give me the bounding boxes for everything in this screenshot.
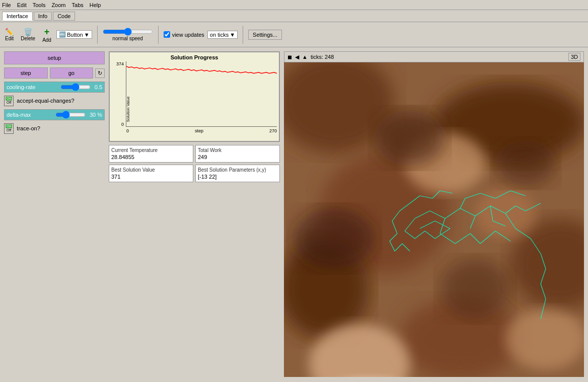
- chart-svg: [126, 61, 277, 126]
- solution-progress-chart: Solution Progress 374 0 0 step: [109, 51, 280, 142]
- current-temp-box: Current Temperature 28.84855: [109, 145, 193, 163]
- step-go-row: step go ↻: [4, 67, 105, 79]
- delete-icon: 🗑️: [24, 28, 32, 36]
- y-axis-min: 0: [121, 122, 124, 127]
- trace-on-row: On Off trace-on?: [4, 123, 105, 134]
- trace-on-toggle[interactable]: On Off: [4, 123, 14, 134]
- delta-max-row: delta-max 30 %: [4, 109, 105, 120]
- separator-2: [158, 26, 159, 44]
- viz-background: [284, 62, 584, 377]
- best-solution-box: Best Solution Value 371: [109, 165, 193, 182]
- toolbar: ✏️ Edit 🗑️ Delete + Add 🔤 Button ▼ norma…: [0, 22, 588, 47]
- main-content: setup step go ↻ cooling-rate 0.5 On Off …: [0, 47, 588, 382]
- on-ticks-arrow-icon: ▼: [230, 32, 235, 38]
- accept-equal-toggle[interactable]: On Off: [4, 96, 14, 106]
- separator-1: [97, 26, 98, 44]
- center-panel: Solution Progress 374 0 0 step: [109, 51, 280, 378]
- tab-code[interactable]: Code: [53, 12, 75, 21]
- add-button[interactable]: + Add: [40, 26, 53, 44]
- button-type-icon: 🔤: [59, 31, 66, 38]
- separator-3: [243, 26, 243, 44]
- best-solution-value: 371: [111, 174, 191, 180]
- button-type-dropdown[interactable]: 🔤 Button ▼: [56, 30, 92, 39]
- go-button[interactable]: go: [50, 67, 94, 79]
- toggle-on-label: On: [6, 97, 12, 101]
- trace-toggle-on-label: On: [6, 124, 12, 128]
- current-temp-value: 28.84855: [111, 154, 191, 160]
- viz-ticks: ticks: 248: [311, 54, 565, 60]
- delta-max-slider[interactable]: [55, 111, 86, 119]
- viz-canvas: [284, 62, 584, 377]
- step-button[interactable]: step: [4, 67, 48, 79]
- current-temp-label: Current Temperature: [111, 147, 191, 153]
- svg-point-12: [375, 110, 445, 166]
- cooling-rate-label: cooling-rate: [7, 84, 58, 90]
- toggle-off-label: Off: [6, 101, 12, 105]
- view-updates-label: view updates: [172, 32, 204, 38]
- viz-icon-2[interactable]: ◀: [295, 54, 299, 60]
- delta-max-label: delta-max: [7, 112, 53, 118]
- cooling-rate-value: 0.5: [95, 84, 102, 90]
- edit-icon: ✏️: [5, 28, 14, 36]
- speed-label: normal speed: [112, 36, 143, 41]
- view-updates-checkbox[interactable]: [164, 31, 170, 38]
- y-axis-label: Solution Value: [126, 96, 130, 122]
- trace-toggle-off-label: Off: [6, 128, 12, 132]
- right-panel: ◼ ◀ ▲ ticks: 248 3D: [284, 51, 584, 378]
- x-axis-min: 0: [126, 128, 129, 133]
- best-solution-label: Best Solution Value: [111, 167, 191, 173]
- viz-icon-1[interactable]: ◼: [287, 54, 292, 60]
- edit-label: Edit: [5, 36, 14, 41]
- svg-rect-0: [126, 61, 277, 126]
- viz-header: ◼ ◀ ▲ ticks: 248 3D: [284, 51, 584, 62]
- tab-interface[interactable]: Interface: [2, 12, 33, 21]
- button-type-label: Button: [67, 32, 83, 38]
- settings-button[interactable]: Settings...: [248, 30, 282, 40]
- on-ticks-label: on ticks: [210, 32, 229, 38]
- cooling-rate-slider[interactable]: [60, 83, 91, 91]
- setup-button[interactable]: setup: [4, 51, 105, 64]
- accept-equal-row: On Off accept-equal-changes?: [4, 96, 105, 106]
- svg-point-15: [440, 259, 510, 319]
- chart-title: Solution Progress: [112, 54, 277, 60]
- viz-icon-3[interactable]: ▲: [302, 54, 308, 60]
- best-params-label: Best Solution Parameters (x,y): [198, 167, 277, 173]
- accept-equal-label: accept-equal-changes?: [17, 98, 74, 104]
- cooling-rate-row: cooling-rate 0.5: [4, 82, 105, 93]
- delete-label: Delete: [21, 36, 35, 41]
- menu-edit[interactable]: Edit: [17, 2, 27, 8]
- tab-info[interactable]: Info: [34, 12, 52, 21]
- delta-max-value: 30 %: [90, 112, 102, 118]
- svg-point-10: [505, 309, 584, 369]
- best-params-box: Best Solution Parameters (x,y) [-13 22]: [195, 165, 280, 182]
- tabbar: Interface Info Code: [0, 10, 588, 22]
- total-work-value: 249: [198, 154, 277, 160]
- menu-zoom[interactable]: Zoom: [51, 2, 65, 8]
- y-axis-max: 374: [116, 61, 124, 66]
- menu-tools[interactable]: Tools: [33, 2, 46, 8]
- menubar: File Edit Tools Zoom Tabs Help: [0, 0, 588, 10]
- x-axis-label: step: [195, 128, 203, 133]
- add-label: Add: [42, 37, 51, 43]
- add-icon: +: [44, 27, 50, 37]
- svg-point-14: [294, 208, 375, 269]
- viz-3d-button[interactable]: 3D: [568, 53, 580, 61]
- trace-on-label: trace-on?: [17, 125, 40, 131]
- speed-control: normal speed: [103, 28, 153, 41]
- left-panel: setup step go ↻ cooling-rate 0.5 On Off …: [4, 51, 105, 378]
- refresh-button[interactable]: ↻: [95, 68, 105, 78]
- info-boxes: Current Temperature 28.84855 Total Work …: [109, 145, 280, 182]
- total-work-box: Total Work 249: [195, 145, 280, 163]
- menu-tabs[interactable]: Tabs: [72, 2, 84, 8]
- x-axis-max: 270: [269, 128, 277, 133]
- on-ticks-dropdown[interactable]: on ticks ▼: [207, 31, 238, 39]
- view-updates-group: view updates: [164, 31, 204, 38]
- menu-file[interactable]: File: [2, 2, 11, 8]
- menu-help[interactable]: Help: [90, 2, 101, 8]
- total-work-label: Total Work: [198, 147, 277, 153]
- speed-slider[interactable]: [103, 28, 153, 36]
- delete-button[interactable]: 🗑️ Delete: [19, 27, 37, 42]
- svg-point-13: [495, 140, 556, 186]
- best-params-value: [-13 22]: [198, 174, 277, 180]
- edit-button[interactable]: ✏️ Edit: [3, 27, 16, 42]
